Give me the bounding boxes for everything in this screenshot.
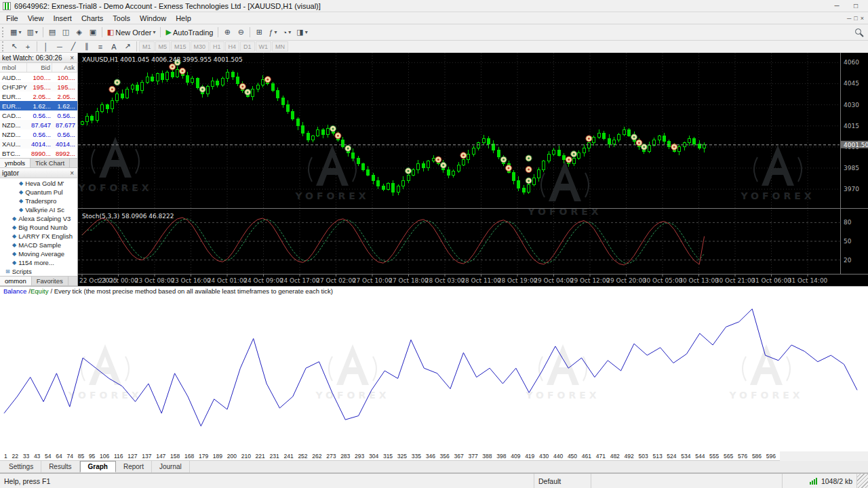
minimize-button[interactable]: ─ <box>827 1 846 12</box>
x-axis-label: 283 <box>340 453 350 460</box>
x-axis-label: 210 <box>241 453 251 460</box>
horizontal-line-button[interactable]: ─ <box>53 41 66 53</box>
fibonacci-button[interactable]: ≡ <box>94 41 107 53</box>
tile-windows-button[interactable]: ⊞ <box>252 26 266 39</box>
navigator-item-alexa-scalping-v3[interactable]: ◆Alexa Scalping V3 <box>0 214 77 223</box>
market-watch-row[interactable]: NZD...87.64787.677 <box>0 120 77 129</box>
menu-file[interactable]: File <box>1 12 23 24</box>
x-axis-label: 127 <box>127 453 137 460</box>
x-axis-label: 179 <box>199 453 208 460</box>
market-watch-row[interactable]: CHFJPY195....195.... <box>0 82 77 92</box>
close-icon[interactable]: × <box>68 54 75 62</box>
navigator-item-heva-gold-m[interactable]: ◆Heva Gold M' <box>0 179 77 188</box>
status-profile[interactable]: Default <box>534 474 591 488</box>
x-axis-label: 482 <box>610 453 620 460</box>
tab-ommon[interactable]: ommon <box>0 277 32 285</box>
svg-text:23 Oct 08:00: 23 Oct 08:00 <box>135 277 175 284</box>
cursor-button[interactable]: ↖ <box>7 41 21 53</box>
menu-tools[interactable]: Tools <box>108 12 135 24</box>
line-studies-toolbar: ↖ + │ ─ ╱ ∥ ≡ A ↗ M1M5M15M30H1H4D1W1MN <box>0 41 868 53</box>
resize-grip-icon[interactable] <box>857 474 868 488</box>
vertical-line-button[interactable]: │ <box>39 41 53 53</box>
navigator-item-big-round-numb[interactable]: ◆Big Round Numb <box>0 223 77 232</box>
zoom-out-button[interactable]: ⊖ <box>234 26 248 39</box>
autotrading-button[interactable]: ▶AutoTrading <box>163 26 216 39</box>
toolbar-grip[interactable] <box>2 27 5 37</box>
timeframe-mn[interactable]: MN <box>272 41 288 52</box>
chart-close-icon[interactable]: × <box>861 15 864 22</box>
tab-ymbols[interactable]: ymbols <box>0 159 31 167</box>
search-icon[interactable] <box>855 28 861 35</box>
trendline-button[interactable]: ╱ <box>66 41 80 53</box>
timeframe-w1[interactable]: W1 <box>256 41 272 52</box>
market-watch-row[interactable]: EUR...1.62...1.62... <box>0 101 77 110</box>
close-icon[interactable]: × <box>68 169 75 177</box>
menu-insert[interactable]: Insert <box>48 12 77 24</box>
maximize-button[interactable]: □ <box>846 1 865 12</box>
terminal-button[interactable]: ▣ <box>86 26 100 39</box>
crosshair-button[interactable]: + <box>21 41 35 53</box>
toolbar-grip[interactable] <box>2 41 5 52</box>
ask-value: 8992... <box>52 150 77 157</box>
equity-graph[interactable]: YOFOREXYOFOREXYOFOREXYOFOREX <box>0 296 868 451</box>
market-watch-button[interactable]: ▤ <box>45 26 59 39</box>
timeframe-m15[interactable]: M15 <box>171 41 190 52</box>
tab-favorites[interactable]: Favorites <box>32 277 68 285</box>
navigator-item-macd-sample[interactable]: ◆MACD Sample <box>0 241 77 249</box>
market-watch-row[interactable]: NZD...0.56...0.56... <box>0 129 77 139</box>
chart-minimize-icon[interactable]: ─ <box>847 15 851 22</box>
navigator-item-moving-average[interactable]: ◆Moving Average <box>0 249 77 258</box>
bid-value: 0.56... <box>27 131 52 138</box>
timeframe-m5[interactable]: M5 <box>155 41 171 52</box>
arrows-button[interactable]: ↗ <box>121 41 134 53</box>
navigator-item-1154-more[interactable]: ◆1154 more... <box>0 258 77 267</box>
navigator-item-valkyrie-ai-sc[interactable]: ◆Valkyrie AI Sc <box>0 205 77 214</box>
zoom-in-button[interactable]: ⊕ <box>220 26 234 39</box>
tester-tab-graph[interactable]: Graph <box>80 461 116 472</box>
x-axis-label: 106 <box>100 453 109 460</box>
new-order-icon: ◧ <box>107 28 114 37</box>
channel-button[interactable]: ∥ <box>80 41 94 53</box>
market-watch-row[interactable]: CAD...0.56...0.56... <box>0 110 77 120</box>
profiles-button[interactable]: ▥▾ <box>24 26 40 39</box>
market-watch-row[interactable]: EUR...2.05...2.05... <box>0 92 77 101</box>
navigator-item-quantum-pul[interactable]: ◆Quantum Pul <box>0 188 77 197</box>
tester-tab-report[interactable]: Report <box>116 461 152 472</box>
timeframe-h4[interactable]: H4 <box>225 41 240 52</box>
new-order-button[interactable]: ◧New Order▾ <box>104 26 159 39</box>
periods-button[interactable]: ◔▾ <box>280 26 294 39</box>
timeframe-h1[interactable]: H1 <box>210 41 224 52</box>
market-watch-row[interactable]: XAU...4014...4014... <box>0 139 77 148</box>
menu-window[interactable]: Window <box>135 12 171 24</box>
svg-text:31 Oct 14:00: 31 Oct 14:00 <box>788 277 828 284</box>
bid-value: 87.647 <box>27 121 52 129</box>
menu-view[interactable]: View <box>23 12 49 24</box>
navigator-item-scripts[interactable]: ⊞Scripts <box>0 267 77 276</box>
toolbar-separator <box>102 27 102 37</box>
x-axis-label: 315 <box>383 453 393 460</box>
templates-button[interactable]: ◨▾ <box>294 26 310 39</box>
chart-restore-icon[interactable]: □ <box>854 15 857 22</box>
timeframe-m30[interactable]: M30 <box>191 41 210 52</box>
new-chart-button[interactable]: ▦▾ <box>7 26 24 39</box>
navigator-item-traderspro[interactable]: ◆Traderspro <box>0 197 77 205</box>
tester-tab-settings[interactable]: Settings <box>1 461 41 472</box>
timeframe-m1[interactable]: M1 <box>139 41 155 52</box>
tester-tab-journal[interactable]: Journal <box>152 461 190 472</box>
data-window-button[interactable]: ◫ <box>59 26 73 39</box>
tester-graph[interactable]: YOFOREXYOFOREXYOFOREXYOFOREX <box>0 296 868 451</box>
chart-area[interactable]: YOFOREXYOFOREXYOFOREXYOFOREX22 Oct 20252… <box>78 53 868 286</box>
indicators-button[interactable]: ƒ▾ <box>266 26 279 39</box>
navigator-item-larry-fx-english[interactable]: ◆LARRY FX English <box>0 232 77 241</box>
market-watch-row[interactable]: BTC...8990...8992... <box>0 148 77 158</box>
menu-charts[interactable]: Charts <box>77 12 108 24</box>
tester-tab-results[interactable]: Results <box>41 461 79 472</box>
chart-window-controls[interactable]: ─□× <box>847 15 867 22</box>
text-tool-button[interactable]: A <box>107 41 121 53</box>
menu-help[interactable]: Help <box>171 12 196 24</box>
price-chart[interactable]: YOFOREXYOFOREXYOFOREXYOFOREX22 Oct 20252… <box>78 53 868 286</box>
tab-tick-chart[interactable]: Tick Chart <box>31 159 70 167</box>
market-watch-row[interactable]: AUD...100....100.... <box>0 73 77 82</box>
navigator-button[interactable]: ◈ <box>73 26 86 39</box>
timeframe-d1[interactable]: D1 <box>240 41 255 52</box>
